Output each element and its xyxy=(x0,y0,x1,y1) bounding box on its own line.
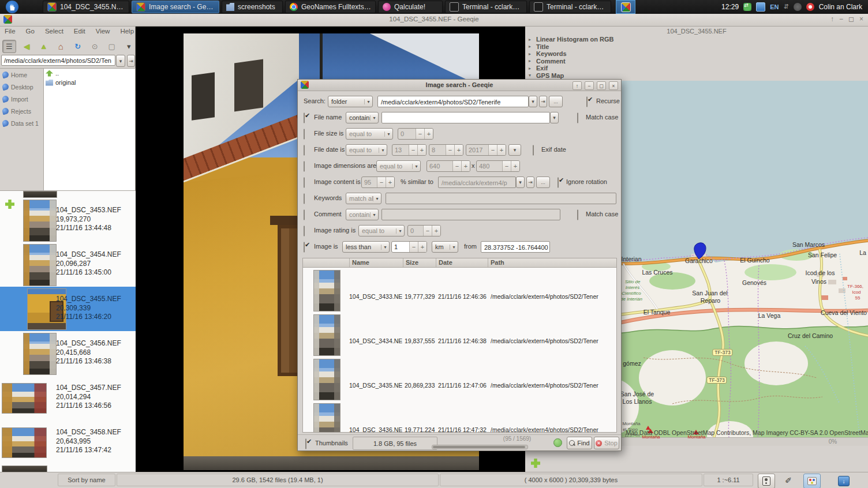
ignore-rotation-checkbox[interactable] xyxy=(558,177,559,188)
network-tray-icon[interactable]: ⇵ xyxy=(783,3,788,11)
height-spinner[interactable]: 480−+ xyxy=(476,160,520,172)
menu-item[interactable]: Help xyxy=(120,28,134,39)
user-menu[interactable]: Colin an Clark xyxy=(819,3,862,11)
width-spinner[interactable]: 640−+ xyxy=(426,160,470,172)
zoom-fit-button[interactable]: ⊙ xyxy=(89,40,102,52)
dialog-titlebar[interactable]: Image search - Geeqie ↑ − ◻ × xyxy=(298,80,621,91)
comment-input[interactable] xyxy=(381,209,560,220)
plus-icon[interactable]: + xyxy=(424,129,433,139)
file-row[interactable]: 104_DSC_3455.NEF 20,309,339 21/11/16 13:… xyxy=(0,287,136,331)
coordinates-input[interactable]: 28.373752 -16.764400 xyxy=(481,241,550,253)
content-checkbox[interactable] xyxy=(304,177,305,188)
keyboard-layout-indicator[interactable]: EN xyxy=(770,3,779,10)
geo-checkbox[interactable] xyxy=(304,242,305,253)
search-path-input[interactable]: /media/cclark/extern4/photos/SD2/Tenerif… xyxy=(377,96,529,107)
column-header-date[interactable]: Date xyxy=(439,259,452,266)
thumbnails-checkbox[interactable] xyxy=(305,438,306,449)
distance-spinner[interactable]: 1−+ xyxy=(391,241,427,253)
main-window-titlebar[interactable]: 104_DSC_3455.NEF - Geeqie ↑ − ◻ × xyxy=(0,14,868,27)
taskbar-window-button[interactable]: Image search - Geeqie xyxy=(132,1,219,13)
exif-rotate-button[interactable] xyxy=(758,474,775,488)
file-size-checkbox[interactable] xyxy=(304,129,305,140)
rating-op-select[interactable]: equal to▾ xyxy=(358,225,405,237)
back-button[interactable]: ◀ xyxy=(21,40,33,52)
rating-checkbox[interactable] xyxy=(304,226,305,237)
file-row[interactable]: 104_DSC_3458.NEF 20,643,995 21/11/16 13:… xyxy=(0,420,136,464)
search-type-select[interactable]: folder▾ xyxy=(328,96,373,107)
color-management-button[interactable] xyxy=(803,474,821,488)
comment-op-select[interactable]: contains▾ xyxy=(346,209,379,220)
column-header-size[interactable]: Size xyxy=(406,259,418,266)
column-header-path[interactable]: Path xyxy=(491,259,504,266)
sort-selector[interactable]: Sort by name xyxy=(58,474,115,486)
folder-row[interactable]: .. xyxy=(44,69,135,78)
comment-match-case-checkbox[interactable] xyxy=(577,209,578,220)
path-dropdown-button[interactable]: ▾ xyxy=(116,55,125,67)
file-row[interactable]: 104_DSC_3453.NEF 19,973,270 21/11/16 13:… xyxy=(0,198,136,242)
info-section-expander[interactable]: Keywords xyxy=(529,50,613,58)
rating-spinner[interactable]: 0−+ xyxy=(407,225,441,237)
result-row[interactable]: 104_DSC_3434.NEF 19,837,555 21/11/16 12:… xyxy=(303,312,616,356)
keywords-op-select[interactable]: match all▾ xyxy=(346,193,381,204)
file-name-input[interactable] xyxy=(381,112,550,123)
column-header-name[interactable]: Name xyxy=(352,259,369,266)
app-launcher-icon[interactable] xyxy=(6,1,18,13)
content-browse-button[interactable]: ... xyxy=(536,177,550,188)
close-button[interactable]: × xyxy=(609,81,618,90)
file-name-checkbox[interactable] xyxy=(304,112,305,123)
file-row[interactable]: 104_DSC_3456.NEF 20,415,668 21/11/16 13:… xyxy=(0,331,136,376)
recurse-checkbox[interactable] xyxy=(586,96,588,107)
dimensions-op-select[interactable]: equal to▾ xyxy=(376,160,421,172)
taskbar-window-button[interactable]: GeoNames Fulltextsear... xyxy=(285,1,376,13)
taskbar-window-button[interactable]: Qalculate! xyxy=(378,1,443,13)
messenger-tray-icon[interactable] xyxy=(806,3,814,11)
file-list-toggle-button[interactable]: ☰ xyxy=(2,40,16,53)
minus-icon[interactable]: − xyxy=(416,129,424,139)
home-button[interactable]: ⌂ xyxy=(55,40,68,52)
info-section-expander[interactable]: Title xyxy=(529,43,613,51)
refresh-button[interactable]: ↻ xyxy=(72,40,84,52)
file-date-checkbox[interactable] xyxy=(304,145,305,156)
info-section-expander[interactable]: Exif xyxy=(529,65,613,72)
year-spinner[interactable]: 2017−+ xyxy=(466,144,506,156)
minimize-button[interactable]: − xyxy=(839,15,843,23)
unit-select[interactable]: km▾ xyxy=(432,241,458,253)
scroll-down-button[interactable]: ↓ xyxy=(838,476,850,486)
display-tray-icon[interactable] xyxy=(756,2,765,12)
bookmark-item[interactable]: Data set 1 xyxy=(0,117,43,129)
file-name-match-case-checkbox[interactable] xyxy=(577,112,578,123)
bookmark-item[interactable]: Import xyxy=(0,93,43,105)
zoom-original-button[interactable]: ▢ xyxy=(106,40,118,52)
shade-button[interactable]: ↑ xyxy=(830,15,834,23)
keywords-input[interactable] xyxy=(386,193,616,204)
close-button[interactable]: × xyxy=(859,15,863,23)
zoom-indicator[interactable]: 1 :~6.11 xyxy=(704,474,753,486)
result-row[interactable]: 104_DSC_3436.NEF 19,771,224 21/11/16 12:… xyxy=(303,401,616,433)
file-row[interactable]: 104_DSC_3454.NEF 20,096,287 21/11/16 13:… xyxy=(0,242,136,287)
restore-button[interactable]: ◻ xyxy=(848,15,854,23)
keywords-checkbox[interactable] xyxy=(304,193,305,204)
file-size-op-select[interactable]: equal to▾ xyxy=(346,128,393,140)
toolbar-overflow-chevron[interactable]: ▾ xyxy=(123,40,136,52)
file-name-op-select[interactable]: contains▾ xyxy=(346,112,379,123)
month-spinner[interactable]: 8−+ xyxy=(429,144,463,156)
maximize-button[interactable]: ◻ xyxy=(597,81,606,90)
updates-tray-icon[interactable] xyxy=(743,3,751,11)
info-section-expander[interactable]: Comment xyxy=(529,58,613,65)
minimize-button[interactable]: − xyxy=(585,81,594,90)
taskbar-window-button[interactable]: Terminal - cclark@talltr... xyxy=(529,1,611,13)
find-button[interactable]: Find xyxy=(567,437,592,449)
bookmark-item[interactable]: Desktop xyxy=(0,81,43,93)
menu-item[interactable]: Edit xyxy=(74,28,85,39)
result-row[interactable]: 104_DSC_3433.NEF 19,777,329 21/11/16 12:… xyxy=(303,268,616,312)
geo-op-select[interactable]: less than▾ xyxy=(342,241,390,253)
pipette-button[interactable]: ✐ xyxy=(780,474,796,487)
dimensions-checkbox[interactable] xyxy=(304,161,305,172)
bookmark-item[interactable]: Home xyxy=(0,69,43,81)
taskbar-window-button[interactable]: screenshots xyxy=(222,1,283,13)
up-button[interactable]: ▲ xyxy=(38,40,50,52)
volume-tray-icon[interactable] xyxy=(794,3,802,11)
comment-checkbox[interactable] xyxy=(304,209,305,220)
file-row[interactable]: 104_DSC_3457.NEF 20,014,294 21/11/16 13:… xyxy=(0,376,136,420)
path-apply-button[interactable]: ⇥ xyxy=(127,55,135,67)
